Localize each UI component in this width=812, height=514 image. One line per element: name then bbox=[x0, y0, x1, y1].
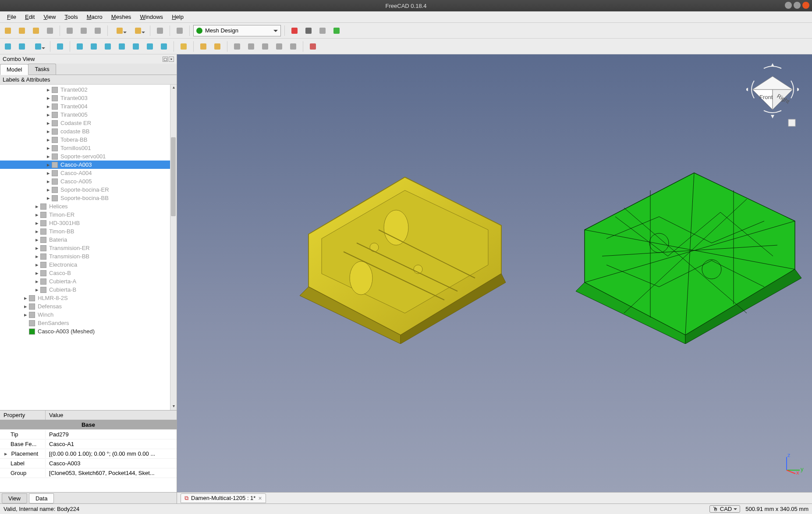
redo-icon[interactable] bbox=[130, 25, 146, 37]
expand-arrow-icon[interactable]: ▸ bbox=[34, 253, 39, 260]
expand-arrow-icon[interactable]: ▸ bbox=[46, 136, 51, 143]
expand-arrow-icon[interactable]: ▸ bbox=[23, 311, 28, 318]
run-macro-icon[interactable] bbox=[330, 25, 343, 37]
menu-file[interactable]: File bbox=[3, 13, 21, 21]
expand-arrow-icon[interactable]: ▸ bbox=[46, 178, 51, 185]
tree-item[interactable]: ▸Casco-A005 bbox=[0, 177, 177, 186]
display-mode-icon[interactable] bbox=[211, 40, 223, 53]
tree-item[interactable]: ▸Transmision-ER bbox=[0, 244, 177, 252]
property-value[interactable]: Pad279 bbox=[46, 430, 177, 439]
property-row[interactable]: TipPad279 bbox=[0, 430, 177, 439]
part-icon[interactable] bbox=[307, 40, 319, 53]
paste-icon[interactable] bbox=[92, 25, 104, 37]
copy-icon[interactable] bbox=[78, 25, 90, 37]
expand-arrow-icon[interactable]: ▸ bbox=[46, 170, 51, 176]
edit-macro-icon[interactable] bbox=[316, 25, 329, 37]
tree-item[interactable]: ▸Transmision-BB bbox=[0, 252, 177, 261]
panel-float-icon[interactable]: ▢ bbox=[163, 57, 168, 62]
expand-arrow-icon[interactable]: ▸ bbox=[23, 295, 28, 301]
export-mesh-icon[interactable] bbox=[245, 40, 257, 53]
property-value[interactable]: Casco-A1 bbox=[46, 440, 177, 448]
expand-arrow-icon[interactable]: ▸ bbox=[46, 145, 51, 151]
expand-arrow-icon[interactable]: ▸ bbox=[46, 195, 51, 201]
tree-item[interactable]: ▸HLMR-8-2S bbox=[0, 294, 177, 302]
expand-arrow-icon[interactable]: ▸ bbox=[46, 111, 51, 118]
tree-item[interactable]: ▸Helices bbox=[0, 202, 177, 211]
expand-arrow-icon[interactable]: ▸ bbox=[34, 220, 39, 226]
rear-view-icon[interactable] bbox=[130, 40, 142, 53]
menu-tools[interactable]: Tools bbox=[60, 13, 82, 21]
solid-model-casco-a003[interactable] bbox=[256, 133, 541, 344]
expand-arrow-icon[interactable]: ▸ bbox=[34, 278, 39, 285]
left-view-icon[interactable] bbox=[158, 40, 170, 53]
property-row[interactable]: Base Fe...Casco-A1 bbox=[0, 439, 177, 449]
menu-macro[interactable]: Macro bbox=[82, 13, 107, 21]
import-mesh-icon[interactable] bbox=[231, 40, 243, 53]
tree-item[interactable]: ▸Soporte-bocina-BB bbox=[0, 194, 177, 202]
fit-all-icon[interactable] bbox=[2, 40, 14, 53]
tree-item[interactable]: ▸Tirante002 bbox=[0, 86, 177, 94]
expand-arrow-icon[interactable]: ▸ bbox=[34, 270, 39, 276]
open-file-icon[interactable] bbox=[16, 25, 28, 37]
expand-arrow-icon[interactable]: ▸ bbox=[46, 128, 51, 135]
3d-viewport[interactable]: Front Right z y x bbox=[177, 54, 812, 492]
tree-item[interactable]: ▸Winch bbox=[0, 311, 177, 319]
menu-help[interactable]: Help bbox=[167, 13, 188, 21]
expand-arrow-icon[interactable]: ▸ bbox=[4, 450, 10, 457]
tree-item[interactable]: ▸Tornillos001 bbox=[0, 144, 177, 152]
expand-arrow-icon[interactable]: ▸ bbox=[34, 228, 39, 235]
save-icon[interactable] bbox=[30, 25, 42, 37]
menu-edit[interactable]: Edit bbox=[21, 13, 39, 21]
print-icon[interactable] bbox=[44, 25, 56, 37]
measure-icon[interactable] bbox=[177, 40, 190, 53]
stop-macro-icon[interactable] bbox=[302, 25, 315, 37]
analyze-icon[interactable] bbox=[287, 40, 299, 53]
expand-arrow-icon[interactable]: ▸ bbox=[34, 203, 39, 210]
expand-arrow-icon[interactable]: ▸ bbox=[46, 120, 51, 126]
tree-item[interactable]: ▸Casco-A003 bbox=[0, 161, 177, 169]
workbench-selector[interactable]: Mesh Design bbox=[193, 25, 281, 36]
property-row[interactable]: LabelCasco-A003 bbox=[0, 459, 177, 468]
window-minimize-icon[interactable] bbox=[785, 2, 792, 9]
bbox-icon[interactable] bbox=[54, 40, 66, 53]
menu-view[interactable]: View bbox=[39, 13, 60, 21]
expand-arrow-icon[interactable]: ▸ bbox=[46, 161, 51, 168]
close-tab-icon[interactable]: × bbox=[258, 495, 262, 502]
tree-item[interactable]: ▸Tirante005 bbox=[0, 111, 177, 119]
window-maximize-icon[interactable] bbox=[794, 2, 801, 9]
expand-arrow-icon[interactable]: ▸ bbox=[46, 186, 51, 193]
undo-icon[interactable] bbox=[111, 25, 128, 37]
expand-arrow-icon[interactable]: ▸ bbox=[46, 103, 51, 110]
scroll-down-icon[interactable]: ▾ bbox=[170, 403, 177, 410]
tree-item[interactable]: ▸Tirante003 bbox=[0, 94, 177, 102]
navigation-cube[interactable]: Front Right bbox=[746, 63, 799, 133]
property-value[interactable]: [Clone053, Sketch607, Pocket144, Sket... bbox=[46, 469, 177, 477]
tree-item[interactable]: ▸Codaste ER bbox=[0, 119, 177, 127]
panel-close-icon[interactable]: × bbox=[169, 57, 174, 62]
cut-icon[interactable] bbox=[64, 25, 76, 37]
mesh-from-shape-icon[interactable] bbox=[259, 40, 271, 53]
tree-item[interactable]: BenSanders bbox=[0, 319, 177, 327]
menu-windows[interactable]: Windows bbox=[135, 13, 167, 21]
model-tree[interactable]: ▸Tirante002▸Tirante003▸Tirante004▸Tirant… bbox=[0, 85, 177, 410]
tree-item[interactable]: ▸Timon-ER bbox=[0, 211, 177, 219]
record-macro-icon[interactable] bbox=[288, 25, 301, 37]
expand-arrow-icon[interactable]: ▸ bbox=[46, 86, 51, 93]
window-close-icon[interactable] bbox=[802, 2, 809, 9]
tree-item[interactable]: ▸Electronica bbox=[0, 261, 177, 269]
tree-item[interactable]: ▸Soporte-bocina-ER bbox=[0, 186, 177, 194]
tree-item[interactable]: ▸Tobera-BB bbox=[0, 136, 177, 144]
expand-arrow-icon[interactable]: ▸ bbox=[34, 245, 39, 251]
new-file-icon[interactable] bbox=[2, 25, 14, 37]
harmonize-icon[interactable] bbox=[273, 40, 285, 53]
tree-item[interactable]: ▸Bateria bbox=[0, 236, 177, 244]
tree-item[interactable]: ▸Timon-BB bbox=[0, 227, 177, 236]
menu-meshes[interactable]: Meshes bbox=[107, 13, 136, 21]
draw-style-icon[interactable] bbox=[30, 40, 46, 53]
iso-view-icon[interactable] bbox=[74, 40, 86, 53]
expand-arrow-icon[interactable]: ▸ bbox=[34, 261, 39, 268]
mesh-model-casco-a003[interactable] bbox=[536, 129, 812, 344]
expand-arrow-icon[interactable]: ▸ bbox=[34, 236, 39, 243]
expand-arrow-icon[interactable]: ▸ bbox=[23, 303, 28, 310]
front-view-icon[interactable] bbox=[88, 40, 100, 53]
